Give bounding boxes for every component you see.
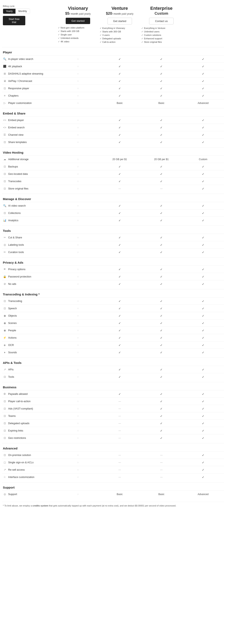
table-row: ↗ APIs ○ ✓ ✓ ✓ [2, 366, 224, 373]
billing-cycle-label: Billing cycle [3, 5, 56, 7]
cell-visionary-text: — [99, 186, 141, 191]
enterprise-plan-price: Custom [141, 12, 181, 16]
billing-toggle: Yearly Monthly [3, 8, 30, 14]
feature-name-0-6: ▷ Player customization [2, 100, 57, 106]
cell-free-empty: ○ [57, 210, 99, 216]
feature-name-1-3: ⊡ Share templates [2, 139, 57, 145]
cell-visionary-check: ✓ [99, 342, 141, 348]
cell-free-empty: ○ [57, 203, 99, 208]
cell-free-empty: ○ [57, 125, 99, 130]
venture-plan-name: Venture [100, 6, 140, 11]
enterprise-feature-3: Enhanced support [141, 37, 181, 40]
feature-label-0-1: 4K playback [8, 65, 22, 68]
feature-label-6-5: Actions [8, 336, 17, 339]
cell-venture-check: ✓ [141, 210, 182, 216]
section-header-0: Player [2, 47, 224, 55]
venture-price-period: / month [112, 12, 121, 15]
feature-icon-4-1: ◎ [3, 243, 7, 246]
cell-enterprise-check: ✓ [182, 281, 224, 287]
feature-name-0-3: 🖥 AirPlay / Chromecast [2, 78, 57, 84]
enterprise-cta-button[interactable]: Contact us [149, 18, 174, 24]
feature-label-8-3: Teams [8, 414, 16, 418]
cell-enterprise-check: ✓ [182, 328, 224, 333]
cell-free-empty: ○ [57, 178, 99, 184]
cell-venture-check: ✓ [141, 86, 182, 91]
feature-icon-8-1: ⊡ [3, 400, 7, 403]
start-free-trial-button[interactable]: Start free trial [3, 16, 25, 25]
cell-free-empty: ○ [57, 474, 99, 480]
cell-enterprise-check: ✓ [182, 406, 224, 412]
feature-label-6-7: Sounds [8, 351, 17, 354]
cell-enterprise-check: ✓ [182, 413, 224, 419]
cell-visionary-check: ✓ [99, 249, 141, 255]
feature-icon-0-0: 🔍 [3, 58, 7, 60]
enterprise-feature-4: Store original files [141, 40, 181, 44]
feature-name-0-0: 🔍 In-player video search [2, 56, 57, 62]
cell-enterprise-check: ✓ [182, 374, 224, 380]
section-3: Manage & Discover 🔍 AI video search ○ ✓ … [2, 194, 224, 224]
table-row: ⊡ Transcoding ○ ✓ ✓ ✓ [2, 297, 224, 304]
cell-venture-check: ✓ [141, 420, 182, 426]
feature-label-7-0: APIs [8, 368, 14, 371]
feature-label-2-2: Geo-located data [8, 172, 28, 176]
cell-free-empty: ○ [57, 328, 99, 333]
section-0: Player 🔍 In-player video search ○ ✓ ✓ ✓ … [2, 47, 224, 106]
feature-icon-0-2: ⊞ [3, 72, 7, 75]
cell-enterprise-check: ✓ [182, 218, 224, 223]
enterprise-plan-name: Enterprise [141, 6, 181, 11]
feature-icon-6-1: ⊡ [3, 307, 7, 310]
cell-venture-text: 20 GB per $1 [141, 157, 182, 162]
feature-icon-7-1: ⊡ [3, 375, 7, 378]
section-2: Video Hosting ☁ Additional storage ○ 20 … [2, 147, 224, 192]
feature-icon-10-0: ◎ [3, 493, 7, 496]
cell-venture-text: — [141, 186, 182, 191]
feature-name-8-2: ⊡ Ads (VAST-compliant) [2, 406, 57, 411]
feature-icon-8-6: ⊡ [3, 436, 7, 440]
monthly-toggle[interactable]: Monthly [16, 9, 30, 14]
cell-free-empty: ○ [57, 435, 99, 441]
cell-enterprise-check: ✓ [182, 132, 224, 138]
cell-enterprise-check: ✓ [182, 86, 224, 91]
feature-label-7-1: Tools [8, 376, 14, 378]
feature-label-1-2: Channel view [8, 134, 24, 136]
venture-cta-button[interactable]: Get started [107, 18, 132, 24]
cell-venture-check: ✓ [141, 320, 182, 326]
table-row: ⊡ Player call-to-action ○ — ✓ ✓ [2, 398, 224, 405]
section-8: Business ⚙ Paywalls allowed ○ ✓ ✓ ✓ ⊡ Pl… [2, 382, 224, 442]
cell-enterprise-check: ✓ [182, 164, 224, 170]
cell-enterprise-check: ✓ [182, 428, 224, 434]
cell-enterprise-check: ✓ [182, 249, 224, 255]
cell-venture-check: ✓ [141, 342, 182, 348]
venture-feature-1: Starts with 300 GB [100, 30, 140, 34]
cell-free-empty: ○ [57, 391, 99, 397]
cell-venture-check: ✓ [141, 428, 182, 434]
visionary-plan-price: $5/ month paid yearly [58, 12, 98, 16]
feature-label-6-1: Speech [8, 307, 17, 310]
yearly-toggle[interactable]: Yearly [3, 9, 16, 14]
feature-icon-6-4: ◉ [3, 329, 7, 332]
cell-enterprise-check: ✓ [182, 460, 224, 465]
feature-icon-8-5: ⊡ [3, 429, 7, 432]
table-row: ⊡ Geo-located data ○ ✓ ✓ ✓ [2, 170, 224, 178]
cell-enterprise-check: ✓ [182, 203, 224, 208]
footnote: * To limit abuse, we employ a credits sy… [2, 502, 224, 510]
cell-enterprise-check: ✓ [182, 298, 224, 304]
feature-name-8-3: ⊡ Teams [2, 413, 57, 419]
table-row: ⊡ Speech ○ ✓ ✓ ✓ [2, 304, 224, 312]
feature-name-6-0: ⊡ Transcoding [2, 298, 57, 304]
cell-free-empty: ○ [57, 71, 99, 76]
table-row: ⊞ DASH/HLS adaptive streaming ○ ✓ ✓ ✓ [2, 70, 224, 77]
venture-cta: Get started [100, 18, 140, 24]
cell-visionary-check: ✓ [99, 320, 141, 326]
feature-name-5-1: 🔒 Password protection [2, 274, 57, 279]
table-row: ◎ Support ○ Basic Basic Advanced [2, 490, 224, 498]
section-7: APIs & Tools ↗ APIs ○ ✓ ✓ ✓ ⊡ Tools ○ ✓ … [2, 358, 224, 380]
feature-name-3-0: 🔍 AI video search [2, 203, 57, 208]
cell-venture-check: ✓ [141, 171, 182, 177]
feature-label-8-0: Paywalls allowed [8, 392, 28, 396]
visionary-cta-button[interactable]: Get started [66, 18, 90, 24]
cell-free-empty: ○ [57, 242, 99, 248]
cell-enterprise-text: Advanced [182, 100, 224, 106]
table-row: ⊡ Responsive player ○ ✓ ✓ ✓ [2, 84, 224, 92]
cell-visionary-check: ✓ [99, 125, 141, 130]
